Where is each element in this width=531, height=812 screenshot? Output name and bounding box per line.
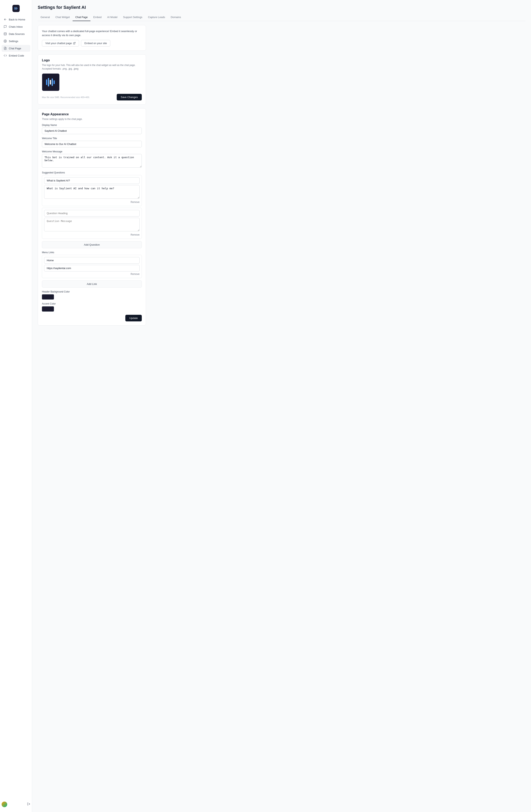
database-icon [4, 32, 7, 35]
display-name-group: Display Name [42, 124, 142, 134]
svg-rect-1 [15, 7, 15, 10]
accent-color-group: Accent Color [42, 302, 142, 311]
main-content: Settings for Saylient AI General Chat Wi… [32, 0, 531, 812]
header-bg-color-label: Header Background Color [42, 290, 142, 293]
header-bg-color-swatch[interactable] [42, 294, 54, 300]
sidebar-item-back-to-home[interactable]: Back to Home [2, 16, 30, 23]
visit-chatbot-button[interactable]: Visit your chatbot page [42, 40, 79, 46]
sidebar-item-settings[interactable]: Settings [2, 38, 30, 44]
remove-link-1-button[interactable]: Remove [44, 272, 140, 276]
display-name-label: Display Name [42, 124, 142, 127]
menu-links-label: Menu Links [42, 251, 142, 254]
menu-link-name-1[interactable] [44, 257, 140, 264]
svg-rect-15 [52, 78, 53, 86]
intro-description: Your chatbot comes with a dedicated full… [42, 29, 142, 37]
sidebar-item-label: Back to Home [9, 18, 25, 21]
remove-question-2-button[interactable]: Remove [44, 233, 140, 236]
welcome-title-label: Welcome Title [42, 137, 142, 140]
suggested-questions-label: Suggested Questions [42, 171, 142, 174]
sidebar: Back to Home Chats Inbox Data Sources Se… [0, 0, 32, 812]
file-text-icon [4, 47, 7, 50]
settings-icon [4, 40, 7, 43]
svg-rect-0 [14, 8, 14, 10]
tab-chat-page[interactable]: Chat Page [73, 14, 90, 21]
menu-links-group: Menu Links Remove Add Link [42, 251, 142, 288]
question-message-1[interactable]: What is Saylient AI and how can it help … [44, 185, 140, 199]
logo-image [45, 76, 56, 88]
sidebar-bottom [0, 801, 32, 809]
tab-general[interactable]: General [38, 14, 53, 21]
welcome-message-textarea[interactable]: This bot is trained on all our content. … [42, 154, 142, 168]
tab-embed[interactable]: Embed [90, 14, 104, 21]
sidebar-item-label: Embed Code [9, 54, 24, 57]
page-title: Settings for Saylient AI [38, 5, 526, 10]
svg-rect-4 [17, 8, 17, 9]
add-link-button[interactable]: Add Link [42, 280, 142, 288]
svg-line-11 [74, 42, 75, 44]
svg-point-7 [5, 41, 5, 42]
code-icon [4, 54, 7, 57]
sidebar-logo [0, 3, 32, 16]
accent-color-swatch[interactable] [42, 306, 54, 311]
arrow-left-icon [4, 18, 7, 21]
update-row: Update [42, 315, 142, 321]
menu-link-group-1: Remove [42, 255, 142, 278]
external-link-icon [73, 42, 76, 44]
appearance-section-desc: These settings apply to the chat page. [42, 117, 142, 121]
appearance-section-title: Page Appearance [42, 113, 142, 116]
svg-rect-12 [46, 79, 47, 85]
logo-section-desc: The logo for your hub. This will also be… [42, 63, 142, 71]
welcome-title-group: Welcome Title [42, 137, 142, 147]
intro-card: Your chatbot comes with a dedicated full… [38, 25, 146, 51]
svg-rect-13 [48, 78, 49, 86]
header-bg-color-group: Header Background Color [42, 290, 142, 300]
question-group-1: What is Saylient AI and how can it help … [42, 175, 142, 206]
menu-link-url-1[interactable] [44, 265, 140, 272]
add-question-button[interactable]: Add Question [42, 241, 142, 248]
logo-section-title: Logo [42, 59, 142, 62]
tab-domains[interactable]: Domains [168, 14, 184, 21]
question-group-2: Remove [42, 208, 142, 239]
logo-preview[interactable] [42, 73, 60, 91]
avatar [2, 801, 7, 807]
logout-icon [27, 802, 30, 806]
message-circle-icon [4, 25, 7, 28]
svg-rect-16 [54, 81, 55, 84]
sidebar-item-data-sources[interactable]: Data Sources [2, 30, 30, 37]
embed-on-site-button[interactable]: Embed on your site [81, 40, 110, 46]
svg-rect-14 [50, 80, 51, 84]
welcome-title-input[interactable] [42, 141, 142, 147]
logo-card: Logo The logo for your hub. This will al… [38, 54, 146, 105]
sidebar-item-embed-code[interactable]: Embed Code [2, 52, 30, 59]
sidebar-item-label: Settings [9, 40, 18, 43]
logout-button[interactable] [27, 802, 30, 807]
svg-point-6 [4, 32, 6, 33]
sidebar-nav: Back to Home Chats Inbox Data Sources Se… [0, 16, 32, 801]
tab-ai-model[interactable]: AI Model [104, 14, 120, 21]
app-logo-icon [12, 5, 20, 12]
sidebar-item-label: Data Sources [9, 32, 25, 35]
question-heading-1[interactable] [44, 177, 140, 184]
svg-rect-3 [16, 7, 17, 10]
welcome-message-label: Welcome Message [42, 150, 142, 153]
svg-rect-2 [16, 8, 16, 9]
question-message-2[interactable] [44, 218, 140, 231]
welcome-message-group: Welcome Message This bot is trained on a… [42, 150, 142, 169]
save-changes-button[interactable]: Save Changes [117, 94, 142, 100]
suggested-questions-group: Suggested Questions What is Saylient AI … [42, 171, 142, 248]
remove-question-1-button[interactable]: Remove [44, 200, 140, 204]
update-button[interactable]: Update [125, 315, 142, 321]
logo-hint: Max file size 5MB. Recommended size 400×… [42, 96, 90, 99]
intro-buttons: Visit your chatbot page Embed on your si… [42, 40, 142, 46]
logo-footer: Max file size 5MB. Recommended size 400×… [42, 94, 142, 100]
accent-color-label: Accent Color [42, 302, 142, 305]
tab-bar: General Chat Widget Chat Page Embed AI M… [38, 14, 526, 21]
tab-capture-leads[interactable]: Capture Leads [145, 14, 168, 21]
question-heading-2[interactable] [44, 210, 140, 217]
tab-chat-widget[interactable]: Chat Widget [53, 14, 73, 21]
sidebar-item-chats-inbox[interactable]: Chats Inbox [2, 23, 30, 30]
sidebar-item-chat-page[interactable]: Chat Page [2, 45, 30, 52]
sidebar-item-label: Chats Inbox [9, 25, 23, 28]
display-name-input[interactable] [42, 128, 142, 134]
tab-support-settings[interactable]: Support Settings [120, 14, 145, 21]
